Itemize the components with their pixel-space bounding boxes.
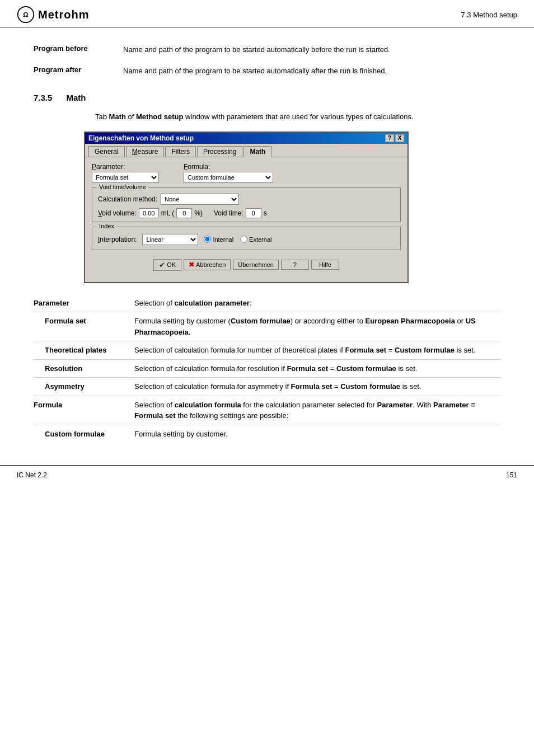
metrohm-logo-icon: Ω (17, 6, 35, 24)
void-group-legend: Void time/volume (97, 184, 148, 190)
dialog-wrapper: Eigenschaften von Method setup ? X Gener… (84, 132, 500, 283)
table-row: Asymmetry Selection of calculation formu… (34, 378, 500, 396)
dialog-footer: ✔ OK ✖ Abbrechen Übernehmen ? Hilfe (92, 256, 401, 276)
hilfe-button[interactable]: Hilfe (311, 260, 339, 270)
param-formula-row: Parameter: Formula set Formula: Custom f… (92, 163, 401, 183)
table-row: Formula set Formula setting by customer … (34, 312, 500, 341)
void-pct-unit: %) (194, 209, 203, 217)
void-volume-input[interactable] (139, 208, 159, 218)
parameter-label: Parameter: (92, 163, 159, 171)
desc-label: Theoretical plates (34, 341, 134, 360)
tab-processing[interactable]: Processing (197, 146, 242, 157)
section-number: 7.3.5 (34, 93, 52, 102)
help-label: ? (293, 261, 297, 268)
table-row: Custom formulae Formula setting by custo… (34, 425, 500, 443)
dialog-title: Eigenschaften von Method setup (88, 134, 194, 142)
void-volume-label: Void volume: (98, 209, 137, 217)
tab-math[interactable]: Math (243, 146, 271, 157)
void-time-label: Void time: (214, 209, 243, 217)
program-after-label: Program after (34, 65, 123, 77)
svg-text:Ω: Ω (23, 11, 28, 18)
interpolation-label: Interpolation: (98, 236, 137, 243)
void-time-input[interactable] (246, 208, 261, 218)
dialog-window: Eigenschaften von Method setup ? X Gener… (84, 132, 409, 283)
formula-label: Formula: (184, 163, 273, 171)
void-volume-row: Void volume: mL ( %) Void time: s (98, 208, 395, 218)
program-before-row: Program before Name and path of the prog… (34, 44, 500, 55)
tab-measure[interactable]: Measure (126, 146, 165, 157)
program-before-label: Program before (34, 44, 123, 55)
dialog-body: Parameter: Formula set Formula: Custom f… (85, 157, 407, 282)
radio-internal-input[interactable] (204, 236, 211, 243)
radio-external[interactable]: External (240, 236, 271, 243)
radio-external-input[interactable] (240, 236, 247, 243)
desc-section: Parameter Selection of calculation param… (34, 294, 500, 443)
void-time-unit: s (264, 209, 267, 217)
program-before-desc: Name and path of the program to be start… (123, 44, 500, 55)
table-row: Theoretical plates Selection of calculat… (34, 341, 500, 360)
table-row: Resolution Selection of calculation form… (34, 359, 500, 378)
desc-table: Parameter Selection of calculation param… (34, 294, 500, 443)
void-time-volume-group: Void time/volume Calculation method: Non… (92, 187, 401, 222)
section-title: Math (66, 93, 86, 102)
close-title-btn[interactable]: X (395, 134, 404, 142)
footer-right: 151 (506, 471, 517, 479)
section-desc: Tab Math of Method setup window with par… (95, 111, 500, 123)
desc-label: Custom formulae (34, 425, 134, 443)
page-footer: IC Net 2.2 151 (0, 465, 534, 485)
dialog-tabs: General Measure Filters Processing Math (85, 144, 407, 157)
interpolation-select[interactable]: Linear (142, 234, 198, 245)
apply-label: Übernehmen (238, 261, 274, 268)
hilfe-label: Hilfe (319, 261, 331, 268)
page-header: Ω Metrohm 7.3 Method setup (0, 0, 534, 27)
footer-left: IC Net 2.2 (17, 471, 47, 479)
desc-label: Asymmetry (34, 378, 134, 396)
desc-text: Selection of calculation formula for asy… (134, 378, 500, 396)
desc-text: Formula setting by customer. (134, 425, 500, 443)
dialog-titlebar: Eigenschaften von Method setup ? X (85, 133, 407, 144)
desc-text: Selection of calculation formula for num… (134, 341, 500, 360)
logo-area: Ω Metrohm (17, 6, 89, 24)
apply-button[interactable]: Übernehmen (233, 260, 279, 270)
index-group: Index Interpolation: Linear Internal (92, 227, 401, 250)
ok-label: OK (167, 261, 176, 268)
calc-method-row: Calculation method: None (98, 194, 395, 205)
index-legend: Index (97, 223, 116, 229)
desc-label: Formula set (34, 312, 134, 341)
desc-text: Formula setting by customer (Custom form… (134, 312, 500, 341)
void-volume-unit: mL ( (161, 209, 175, 217)
desc-label: Resolution (34, 359, 134, 378)
calc-method-label: Calculation method: (98, 195, 157, 203)
radio-external-label: External (249, 236, 271, 243)
program-section: Program before Name and path of the prog… (34, 44, 500, 76)
program-after-desc: Name and path of the program to be start… (123, 65, 500, 77)
table-row: Formula Selection of calculation formula… (34, 396, 500, 425)
calc-method-select[interactable]: None (161, 194, 239, 205)
cancel-label: Abbrechen (196, 261, 226, 268)
check-icon: ✔ (159, 261, 165, 269)
desc-label: Parameter (34, 294, 134, 312)
titlebar-buttons: ? X (385, 134, 404, 142)
section-heading: 7.3.5 Math (34, 93, 500, 102)
table-row: Parameter Selection of calculation param… (34, 294, 500, 312)
void-pct-input[interactable] (176, 208, 192, 218)
radio-internal[interactable]: Internal (204, 236, 233, 243)
logo-text: Metrohm (38, 8, 89, 21)
formula-select[interactable]: Custom formulae (184, 172, 273, 183)
header-section-title: 7.3 Method setup (461, 11, 517, 19)
desc-label: Formula (34, 396, 134, 425)
tab-general[interactable]: General (88, 146, 125, 157)
parameter-select[interactable]: Formula set (92, 172, 159, 183)
desc-text: Selection of calculation formula for res… (134, 359, 500, 378)
radio-group: Internal External (204, 236, 271, 243)
cancel-button[interactable]: ✖ Abbrechen (184, 259, 231, 270)
index-row: Interpolation: Linear Internal Exter (98, 234, 395, 245)
help-button[interactable]: ? (281, 260, 309, 270)
main-content: Program before Name and path of the prog… (0, 27, 534, 454)
ok-button[interactable]: ✔ OK (153, 259, 181, 271)
tab-filters[interactable]: Filters (165, 146, 196, 157)
x-icon: ✖ (189, 261, 194, 269)
desc-text: Selection of calculation parameter: (134, 294, 500, 312)
desc-text: Selection of calculation formula for the… (134, 396, 500, 425)
help-title-btn[interactable]: ? (385, 134, 394, 142)
